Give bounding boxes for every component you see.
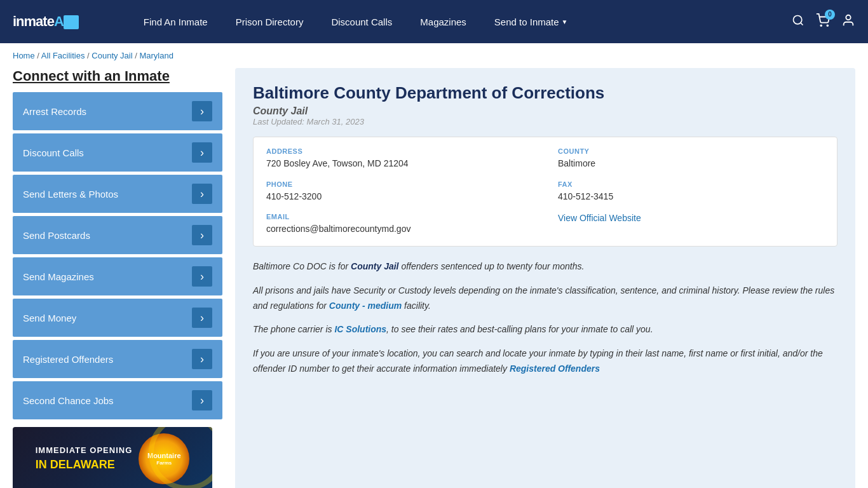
svg-point-3 (827, 25, 828, 26)
user-icon[interactable] (841, 13, 855, 30)
svg-point-0 (794, 15, 802, 24)
arrow-icon: › (192, 266, 212, 287)
arrow-icon: › (192, 225, 212, 245)
arrow-icon: › (192, 184, 212, 204)
arrow-icon: › (192, 390, 212, 410)
logo[interactable]: inmateAID (13, 13, 79, 30)
description: Baltimore Co DOC is for County Jail offe… (253, 259, 837, 377)
breadcrumb-maryland[interactable]: Maryland (139, 51, 173, 60)
facility-type: County Jail (253, 105, 837, 117)
cart-icon[interactable]: 0 (816, 13, 830, 30)
arrow-icon: › (192, 349, 212, 369)
email-label: EMAIL (266, 213, 532, 220)
county-medium-link[interactable]: County - medium (329, 301, 402, 311)
desc-paragraph-4: If you are unsure of your inmate's locat… (253, 346, 837, 377)
breadcrumb-county-jail[interactable]: County Jail (92, 51, 132, 60)
county-value: Baltimore (558, 158, 824, 170)
address-value: 720 Bosley Ave, Towson, MD 21204 (266, 158, 532, 170)
breadcrumb-home[interactable]: Home (13, 51, 35, 60)
search-icon[interactable] (792, 14, 804, 30)
nav-magazines[interactable]: Magazines (406, 0, 480, 43)
nav-prison-directory[interactable]: Prison Directory (222, 0, 318, 43)
desc-paragraph-3: The phone carrier is IC Solutions, to se… (253, 322, 837, 337)
sidebar: Connect with an Inmate Arrest Records › … (13, 68, 222, 488)
svg-point-2 (820, 25, 822, 26)
sidebar-item-send-money[interactable]: Send Money › (13, 299, 222, 337)
registered-offenders-link[interactable]: Registered Offenders (510, 363, 600, 374)
sidebar-item-send-magazines[interactable]: Send Magazines › (13, 257, 222, 295)
sidebar-item-registered-offenders[interactable]: Registered Offenders › (13, 340, 222, 378)
sidebar-item-send-letters[interactable]: Send Letters & Photos › (13, 175, 222, 213)
website-field: View Official Website (558, 213, 824, 236)
website-link[interactable]: View Official Website (558, 213, 641, 223)
sidebar-item-second-chance-jobs[interactable]: Second Chance Jobs › (13, 381, 222, 419)
ic-solutions-link[interactable]: IC Solutions (334, 324, 386, 334)
fax-label: FAX (558, 180, 824, 188)
email-value: corrections@baltimorecountymd.gov (266, 223, 532, 236)
address-field: ADDRESS 720 Bosley Ave, Towson, MD 21204 (266, 147, 532, 170)
header-icons: 0 (792, 13, 855, 30)
content-area: Baltimore County Department of Correctio… (235, 68, 855, 488)
main-nav: Find An Inmate Prison Directory Discount… (130, 0, 773, 43)
header: inmateAID Find An Inmate Prison Director… (0, 0, 868, 43)
breadcrumb: Home / All Facilities / County Jail / Ma… (0, 43, 868, 68)
sidebar-title: Connect with an Inmate (13, 68, 222, 85)
facility-updated: Last Updated: March 31, 2023 (253, 117, 837, 126)
desc-paragraph-2: All prisons and jails have Security or C… (253, 283, 837, 314)
nav-send-to-inmate[interactable]: Send to Inmate ▼ (480, 0, 582, 43)
county-label: COUNTY (558, 147, 824, 155)
svg-line-1 (801, 22, 803, 25)
cart-badge: 0 (825, 10, 835, 20)
ad-text: IMMEDIATE OPENING IN DELAWARE (36, 445, 133, 472)
logo-text: inmateAID (13, 13, 79, 30)
sidebar-item-discount-calls[interactable]: Discount Calls › (13, 133, 222, 172)
county-jail-link[interactable]: County Jail (351, 261, 398, 271)
arrow-icon: › (192, 142, 212, 163)
nav-discount-calls[interactable]: Discount Calls (317, 0, 406, 43)
desc-paragraph-1: Baltimore Co DOC is for County Jail offe… (253, 259, 837, 274)
arrow-icon: › (192, 308, 212, 328)
phone-field: PHONE 410-512-3200 (266, 180, 532, 203)
sidebar-item-arrest-records[interactable]: Arrest Records › (13, 92, 222, 130)
county-field: COUNTY Baltimore (558, 147, 824, 170)
info-grid: ADDRESS 720 Bosley Ave, Towson, MD 21204… (253, 137, 837, 247)
email-field: EMAIL corrections@baltimorecountymd.gov (266, 213, 532, 236)
arrow-icon: › (192, 101, 212, 121)
fax-value: 410-512-3415 (558, 191, 824, 203)
breadcrumb-all-facilities[interactable]: All Facilities (41, 51, 85, 60)
fax-field: FAX 410-512-3415 (558, 180, 824, 203)
facility-title: Baltimore County Department of Correctio… (253, 83, 837, 103)
nav-find-inmate[interactable]: Find An Inmate (130, 0, 222, 43)
address-label: ADDRESS (266, 147, 532, 155)
ad-banner[interactable]: IMMEDIATE OPENING IN DELAWARE Mountaire … (13, 427, 212, 488)
phone-label: PHONE (266, 180, 532, 188)
sidebar-items: Arrest Records › Discount Calls › Send L… (13, 92, 222, 419)
phone-value: 410-512-3200 (266, 191, 532, 203)
sidebar-item-send-postcards[interactable]: Send Postcards › (13, 216, 222, 254)
svg-point-4 (846, 15, 850, 19)
main-content: Connect with an Inmate Arrest Records › … (0, 68, 868, 488)
